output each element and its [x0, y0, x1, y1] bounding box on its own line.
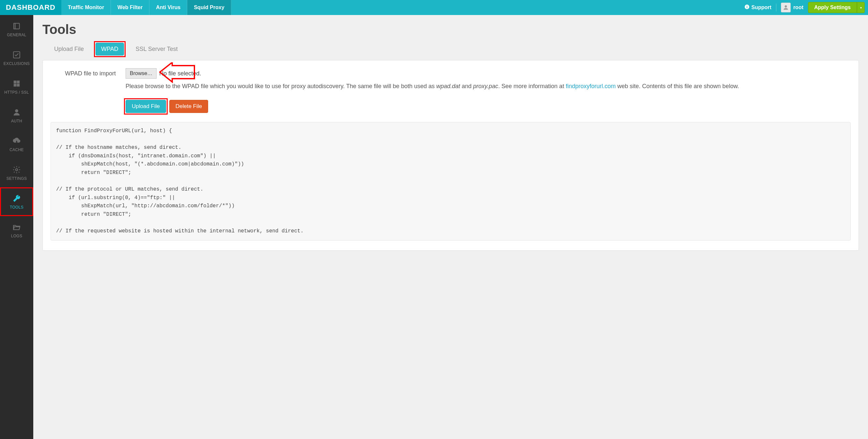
file-status-text: No file selected. — [159, 70, 201, 77]
tab-ssl-server-test[interactable]: SSL Server Test — [130, 43, 183, 55]
sidebar-item-tools[interactable]: TOOLS — [0, 187, 33, 216]
user-menu[interactable]: root — [781, 3, 803, 12]
form-label-wpad: WPAD file to import — [51, 68, 116, 116]
form-control-col: Browse… No file selected. Please browse … — [126, 68, 851, 116]
code-preview: function FindProxyForURL(url, host) { //… — [51, 122, 851, 240]
help-text-part: . See more information at — [498, 83, 566, 89]
side-nav: GENERAL EXCLUSIONS HTTPS / SSL AUTH CACH… — [0, 15, 33, 258]
svg-point-8 — [15, 109, 18, 112]
apply-settings-button[interactable]: Apply Settings — [808, 2, 857, 13]
username: root — [793, 5, 803, 10]
check-square-icon — [12, 50, 21, 59]
nav-anti-virus[interactable]: Anti Virus — [149, 0, 187, 15]
help-text-em: wpad.dat — [436, 83, 460, 89]
sidebar-item-label: HTTPS / SSL — [4, 90, 29, 95]
tab-upload-file[interactable]: Upload File — [49, 43, 89, 55]
nav-web-filter[interactable]: Web Filter — [111, 0, 149, 15]
tabs: Upload File WPAD SSL Server Test — [49, 43, 859, 56]
file-input-row: Browse… No file selected. — [126, 68, 851, 79]
top-nav: Traffic Monitor Web Filter Anti Virus Sq… — [61, 0, 231, 15]
panel: WPAD file to import Browse… No file sele… — [42, 60, 859, 251]
avatar — [781, 3, 791, 12]
sidebar-item-auth[interactable]: AUTH — [0, 101, 33, 130]
svg-point-2 — [785, 5, 787, 7]
folder-open-icon — [12, 223, 21, 232]
brand-logo[interactable]: DASHBOARD — [0, 0, 61, 15]
gear-icon — [12, 165, 21, 174]
sidebar-item-cache[interactable]: CACHE — [0, 130, 33, 158]
svg-text:i: i — [746, 5, 747, 9]
sidebar-item-logs[interactable]: LOGS — [0, 216, 33, 245]
sidebar-item-general[interactable]: GENERAL — [0, 15, 33, 44]
cloud-download-icon — [12, 137, 21, 146]
upload-file-button[interactable]: Upload File — [126, 100, 166, 113]
user-icon — [12, 108, 21, 117]
header-divider — [776, 4, 776, 11]
svg-point-9 — [16, 169, 18, 171]
top-right: i Support root Apply Settings ▾ — [744, 0, 868, 15]
help-text-part: Please browse to the WPAD file which you… — [126, 83, 436, 89]
support-link[interactable]: i Support — [744, 4, 771, 11]
sidebar-item-label: GENERAL — [7, 33, 26, 37]
svg-rect-7 — [17, 84, 20, 87]
top-bar: DASHBOARD Traffic Monitor Web Filter Ant… — [0, 0, 868, 15]
content-area: Tools Upload File WPAD SSL Server Test W… — [33, 15, 868, 258]
sidebar-item-exclusions[interactable]: EXCLUSIONS — [0, 44, 33, 72]
nav-traffic-monitor[interactable]: Traffic Monitor — [61, 0, 111, 15]
page-title: Tools — [42, 22, 859, 37]
apply-settings-group: Apply Settings ▾ — [808, 2, 865, 13]
sidebar-item-https-ssl[interactable]: HTTPS / SSL — [0, 72, 33, 101]
svg-rect-5 — [17, 81, 20, 83]
sidebar-item-label: EXCLUSIONS — [4, 61, 30, 66]
form-row-wpad-file: WPAD file to import Browse… No file sele… — [51, 68, 851, 116]
sidebar-item-label: SETTINGS — [6, 176, 27, 181]
tab-wpad[interactable]: WPAD — [96, 43, 124, 56]
svg-rect-6 — [14, 84, 16, 87]
support-label: Support — [751, 5, 771, 10]
delete-file-button[interactable]: Delete File — [169, 100, 208, 113]
help-text-em: proxy.pac — [473, 83, 498, 89]
button-row: Upload File Delete File — [126, 100, 851, 113]
info-icon: i — [744, 4, 750, 11]
nav-squid-proxy[interactable]: Squid Proxy — [187, 0, 231, 15]
help-text-part: and — [460, 83, 473, 89]
sidebar-item-label: AUTH — [11, 119, 22, 123]
apply-settings-dropdown[interactable]: ▾ — [857, 2, 865, 13]
browse-button[interactable]: Browse… — [126, 68, 157, 79]
help-text-part: web site. Contents of this file are show… — [616, 83, 739, 89]
wrench-icon — [12, 194, 21, 203]
svg-rect-4 — [14, 81, 16, 83]
help-text: Please browse to the WPAD file which you… — [126, 82, 851, 91]
grid-icon — [12, 79, 21, 88]
sidebar-item-label: LOGS — [11, 234, 23, 238]
sidebar-item-label: CACHE — [9, 148, 24, 152]
sidebar-item-label: TOOLS — [10, 205, 24, 209]
book-icon — [12, 22, 21, 31]
sidebar-item-settings[interactable]: SETTINGS — [0, 158, 33, 187]
help-link[interactable]: findproxyforurl.com — [566, 83, 616, 89]
